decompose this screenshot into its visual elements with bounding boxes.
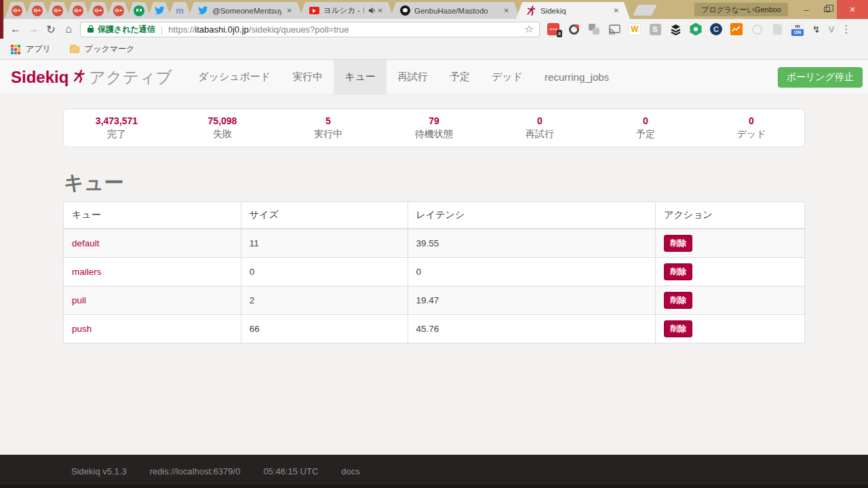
pinned-tab-gplus[interactable]: G+	[5, 2, 29, 19]
bookmark-folder-icon	[70, 46, 79, 53]
tab-github-genbuhase[interactable]: GenbuHase/Mastodo ✕	[390, 2, 520, 19]
s-grey-extension-icon[interactable]: S	[648, 22, 662, 36]
docs-link[interactable]: docs	[341, 466, 359, 476]
pinned-tab-mastodon[interactable]: m	[167, 2, 192, 19]
on-glyph: ON	[791, 29, 804, 36]
m-glyph: m	[791, 23, 804, 29]
queue-latency: 39.55	[408, 229, 656, 258]
secure-label[interactable]: 保護された通信	[98, 24, 155, 35]
nav-item-queues[interactable]: キュー	[334, 60, 387, 94]
stat-label: 失敗	[213, 128, 232, 140]
pinned-tab-gplus[interactable]: G+	[86, 2, 111, 19]
home-icon[interactable]: ⌂	[60, 23, 77, 35]
bookmarks-bar: アプリ ブックマーク	[0, 39, 868, 60]
bookmark-star-icon[interactable]: ☆	[525, 23, 534, 35]
tab-sidekiq-active[interactable]: Sidekiq ✕	[516, 2, 630, 19]
pinned-tab-gplus[interactable]: G+	[106, 2, 131, 19]
delete-queue-button[interactable]: 削除	[664, 320, 692, 337]
tab-youtube-yorushika[interactable]: ヨルシカ - ヒッチコック ✕	[299, 2, 394, 19]
tab-strip: G+ G+ G+ G+ G+ G+ m @SomeoneMentsuyu ✕	[0, 0, 654, 19]
audio-speaker-icon[interactable]	[368, 5, 376, 16]
sidekiq-brand[interactable]: Sidekiq アクティブ	[0, 60, 172, 94]
stats-summary-panel: 3,473,571完了 75,098失敗 5実行中 79待機状態 0再試行 0予…	[63, 109, 805, 147]
table-row: default 11 39.55 削除	[64, 229, 805, 258]
nav-item-dead[interactable]: デッド	[481, 60, 534, 94]
window-restore-button[interactable]	[816, 0, 837, 19]
sidekiq-version: Sidekiq v5.1.3	[71, 466, 127, 476]
delete-queue-button[interactable]: 削除	[664, 292, 692, 309]
stat-value: 0	[749, 115, 754, 126]
stat-retries: 0再試行	[487, 109, 593, 147]
window-minimize-button[interactable]: –	[796, 0, 816, 19]
queue-link-mailers[interactable]: mailers	[72, 267, 102, 277]
w-glyph: W	[629, 23, 641, 35]
stat-value: 79	[429, 115, 439, 126]
c-navy-extension-icon[interactable]: C	[709, 22, 723, 36]
address-bar[interactable]: 保護された通信 | https://itabashi.0j0.jp/sideki…	[80, 22, 540, 37]
nav-item-scheduled[interactable]: 予定	[439, 60, 481, 94]
queue-latency: 0	[408, 258, 656, 286]
nav-item-recurring-jobs[interactable]: recurring_jobs	[534, 60, 620, 94]
tab-title: ヨルシカ - ヒッチコック	[323, 5, 364, 16]
eye-green-hexagon-extension-icon[interactable]	[689, 22, 703, 36]
pinned-tab-gplus[interactable]: G+	[45, 2, 70, 19]
zap-icon[interactable]: ↯	[812, 24, 821, 35]
document-grey-extension-icon[interactable]	[770, 22, 784, 36]
pinned-tab-twitter[interactable]	[147, 2, 172, 19]
pinned-tab-gplus[interactable]: G+	[66, 2, 90, 19]
pinned-tab-gplus[interactable]: G+	[25, 2, 50, 19]
disabled-extension-icon[interactable]	[750, 22, 764, 36]
vimium-icon[interactable]: V	[829, 24, 835, 35]
nav-item-busy[interactable]: 実行中	[281, 60, 334, 94]
queue-link-pull[interactable]: pull	[72, 295, 86, 305]
gplus-icon: G+	[113, 5, 124, 16]
dark-ring-alert-extension-icon[interactable]	[567, 22, 580, 36]
chart-orange-extension-icon[interactable]	[730, 22, 743, 36]
sidekiq-nav: ダッシュボード 実行中 キュー 再試行 予定 デッド recurring_job…	[187, 60, 620, 94]
red-dots-badge-extension-icon[interactable]: ⋯4	[547, 22, 560, 36]
bookmarks-apps-item[interactable]: アプリ	[26, 43, 51, 55]
layers-black-extension-icon[interactable]	[669, 22, 682, 36]
url-input[interactable]: https://itabashi.0j0.jp/sidekiq/queues?p…	[168, 24, 520, 35]
stat-enqueued: 79待機状態	[381, 109, 487, 147]
nav-item-dashboard[interactable]: ダッシュボード	[187, 60, 281, 94]
delete-queue-button[interactable]: 削除	[664, 235, 692, 252]
queue-size: 11	[241, 229, 408, 258]
tab-close-icon[interactable]: ✕	[376, 5, 384, 16]
browser-menu-icon[interactable]: ⋮	[841, 23, 851, 35]
chromecast-extension-icon[interactable]	[608, 22, 621, 36]
column-header-size: サイズ	[241, 202, 408, 229]
polling-stop-button[interactable]: ポーリング停止	[778, 67, 863, 88]
pinned-tab-hangouts[interactable]	[127, 2, 151, 19]
reload-icon[interactable]: ↻	[42, 23, 60, 36]
stat-value: 5	[326, 115, 331, 126]
new-tab-button[interactable]	[633, 5, 657, 16]
window-edge-accent	[0, 0, 3, 39]
table-header-row: キュー サイズ レイテンシ アクション	[64, 202, 805, 229]
tab-title: GenbuHase/Mastodo	[414, 7, 498, 15]
nav-item-retries[interactable]: 再試行	[387, 60, 439, 94]
tab-twitter-someonementsuyu[interactable]: @SomeoneMentsuyu ✕	[188, 2, 303, 19]
queue-link-push[interactable]: push	[72, 324, 92, 334]
queue-latency: 19.47	[408, 286, 656, 315]
stat-failed: 75,098失敗	[170, 109, 275, 147]
queues-table: キュー サイズ レイテンシ アクション default 11 39.55 削除 …	[63, 202, 805, 343]
stat-label: 完了	[107, 128, 126, 140]
browser-profile-badge[interactable]: プログラなーいGenboo	[694, 3, 788, 16]
taskbar-edge	[0, 485, 868, 488]
c-glyph: C	[710, 23, 722, 35]
bookmarks-folder-item[interactable]: ブックマーク	[85, 43, 134, 55]
queue-size: 2	[241, 286, 408, 315]
w-orange-extension-icon[interactable]: W	[628, 22, 642, 36]
tab-close-icon[interactable]: ✕	[502, 5, 511, 16]
mastodon-on-extension-icon[interactable]: mON	[791, 22, 804, 36]
delete-queue-button[interactable]: 削除	[664, 263, 692, 280]
tab-close-icon[interactable]: ✕	[612, 5, 620, 16]
sidekiq-icon	[526, 5, 536, 16]
photos-grey-extension-icon[interactable]	[587, 22, 601, 36]
window-close-button[interactable]: ✕	[837, 0, 868, 19]
back-icon[interactable]: ←	[7, 23, 24, 35]
queue-link-default[interactable]: default	[72, 238, 100, 248]
tab-close-icon[interactable]: ✕	[285, 5, 294, 16]
forward-icon[interactable]: →	[24, 23, 42, 35]
